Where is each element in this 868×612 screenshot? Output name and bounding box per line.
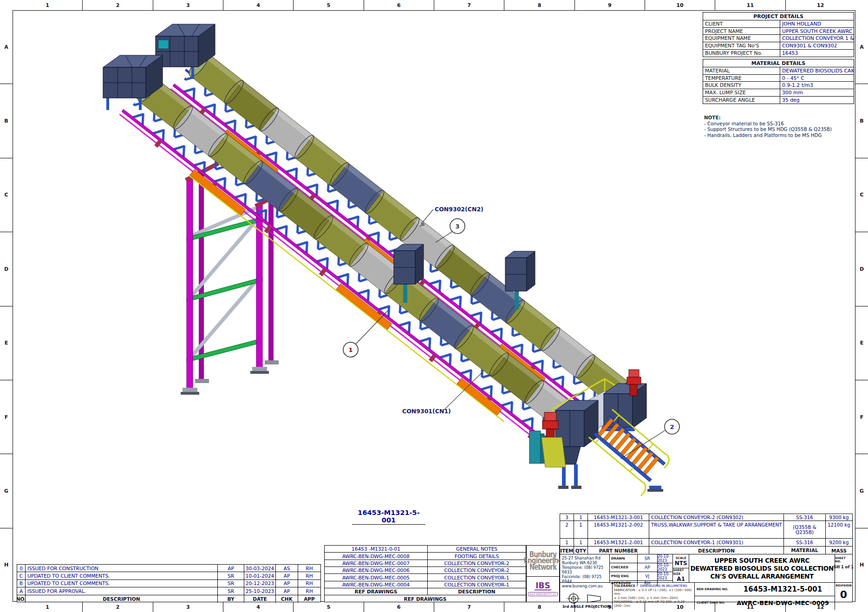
grid-col: 3 xyxy=(153,0,223,10)
drawing-numbers-cell: BEN DRAWING NO. 16453-M1321-5-001 CLIENT… xyxy=(695,583,835,610)
cn1-tag-label: CON9301(CN1) xyxy=(402,408,451,415)
balloon-3-number: 3 xyxy=(455,223,459,230)
detail-label: BUNBURY PROJECT No. xyxy=(703,50,780,57)
bom-row: 1 1 16453-M1321-2-001 COLLECTION CONVEYO… xyxy=(560,539,852,547)
client-dwg-number: AWRC-BEN-DWG-MEC-0009 xyxy=(731,599,835,606)
grid-col: 9 xyxy=(575,0,645,10)
bom-item: 3 xyxy=(560,514,574,521)
detail-label: BULK DENSITY xyxy=(703,82,780,89)
table-row: BULK DENSITY 0.9-1.2 t/m3 xyxy=(703,82,854,89)
title-block: 25-27 Shanahan Rd Bunbury WA 6230 Teleph… xyxy=(560,554,853,602)
detail-label: EQUIPMENT TAG No'S xyxy=(703,42,780,49)
detail-value: 0 - 45° C xyxy=(780,75,854,82)
grid-row: B xyxy=(0,84,13,158)
table-row: PROJECT NAME UPPER SOUTH CREEK AWRC xyxy=(703,28,854,35)
rev-header: CHK xyxy=(276,595,298,603)
bom-description: COLLECTION CONVEYOR-1 (CON9301) xyxy=(649,539,784,546)
ref-row: 16453 -M1321-0-01 GENERAL NOTES xyxy=(325,546,526,553)
bom-mass: 9300 kg xyxy=(826,514,852,521)
rev-chk: AP xyxy=(276,587,298,594)
address-line: 25-27 Shanahan Rd xyxy=(562,556,607,560)
rev-app: RH xyxy=(298,572,320,579)
rev-date: 10-01-2024 xyxy=(244,572,276,579)
detail-label: TEMPERATURE xyxy=(703,75,780,82)
grid-columns-top: 1 2 3 4 5 6 7 8 9 10 11 12 xyxy=(13,0,855,10)
grid-row: B xyxy=(855,84,868,158)
view-reference-label: 16453-M1321-5-001 xyxy=(352,509,425,525)
ref-row: AWRC-BEN-DWG-MEC-0007 COLLECTION CONVEYO… xyxy=(325,560,526,567)
signoff-role: CHECKED xyxy=(610,563,638,572)
ref-table-title: REF DRAWINGS xyxy=(325,595,526,602)
ibs-logo: IBS BULK HANDLING PTY LTD xyxy=(527,577,559,601)
signoff-initials: VJ xyxy=(638,572,658,580)
bom-part-number: 16453-M1321-3-001 xyxy=(588,514,649,521)
revision-row: B UPDATED TO CLIENT COMMENTS. SR 20-12-2… xyxy=(17,580,320,587)
rev-header: APP xyxy=(298,595,320,603)
rev-date: 30-03-2024 xyxy=(244,565,276,572)
notes-block: NOTE: - Conveyor material to be SS-316 -… xyxy=(704,115,832,138)
signoff-role: DRAWN xyxy=(610,554,638,563)
ref-col-header: REF DRAWINGS xyxy=(325,588,428,595)
bom-material: SS-316 xyxy=(784,514,826,521)
grid-col: 11 xyxy=(715,0,785,10)
detail-label: SURCHARGE ANGLE xyxy=(703,97,780,104)
ref-number: AWRC-BEN-DWG-MEC-0008 xyxy=(325,553,428,559)
revision-row: C UPDATED TO CLIENT COMMENTS. SR 10-01-2… xyxy=(17,572,320,579)
signoff-table: DRAWN SR 20-10-2023 CHECKED AP 20-10-202… xyxy=(610,554,673,582)
table-row: MAX. LUMP SIZE 300 mm xyxy=(703,89,854,97)
sheet-no-value: SH 1 of 1 xyxy=(834,565,854,569)
title-line: DEWATERED BIOSOLIDS SILO COLLECTION xyxy=(690,565,834,573)
bom-material: SS-316 xyxy=(784,539,826,546)
ref-footer-row: REF DRAWINGS xyxy=(325,595,526,602)
grid-col: 5 xyxy=(294,0,364,10)
revision-row: A ISSUED FOR APPROVAL. SR 25-10-2023 AP … xyxy=(17,587,320,595)
signoff-date: 20-10-2023 xyxy=(658,554,672,563)
grid-col: 7 xyxy=(434,0,504,10)
grid-row: C xyxy=(855,158,868,232)
grid-row: F xyxy=(855,380,868,454)
revision-row: 0 ISSUED FOR CONSTRUCTION AP 30-03-2024 … xyxy=(17,565,320,572)
ben-dwg-number: 16453-M1321-5-001 xyxy=(731,585,835,593)
signoff-role: PROJ ENG xyxy=(610,572,638,580)
signoff-row: PROJ ENG VJ 20-10-2023 xyxy=(610,572,672,581)
logo-line: Network xyxy=(529,563,557,571)
ref-row: AWRC-BEN-DWG-MEC-0005 COLLECTION CONVEYO… xyxy=(325,574,526,581)
table-title: PROJECT DETAILS xyxy=(703,13,854,20)
grid-row: H xyxy=(855,528,868,602)
revision-header-row: NO. DESCRIPTION BY DATE CHK APP xyxy=(17,595,320,603)
bom-item: 1 xyxy=(560,539,574,546)
grid-row: E xyxy=(855,306,868,380)
grid-col: 2 xyxy=(83,0,153,10)
signoff-date: 20-10-2023 xyxy=(658,563,672,572)
ref-number: AWRC-BEN-DWG-MEC-0005 xyxy=(325,574,428,580)
ibs-logo-text: IBS xyxy=(535,582,551,591)
ref-description: COLLECTION CONVEYOR-1 xyxy=(428,581,526,588)
detail-value: 300 mm xyxy=(780,89,854,96)
ref-number: 16453 -M1321-0-01 xyxy=(325,546,428,552)
tolerance-cell: TOLERANCE : DIMENSIONS IN MILLIMETERS FA… xyxy=(613,583,695,610)
rev-description: UPDATED TO CLIENT COMMENTS. xyxy=(26,572,218,579)
bom-qty: 1 xyxy=(574,539,588,546)
note-line: - Conveyor material to be SS-316 xyxy=(704,121,832,127)
bom-qty: 1 xyxy=(574,521,588,538)
detail-value: CON9301 & CON9302 xyxy=(780,42,854,49)
signoff-initials: SR xyxy=(638,554,658,563)
scale-value: NTS xyxy=(675,560,687,566)
sheet-no-label: SHEET NO. xyxy=(835,556,852,563)
signoff-row: DRAWN SR 20-10-2023 xyxy=(610,554,672,563)
rev-header: DATE xyxy=(244,595,276,603)
rev-description: ISSUED FOR APPROVAL. xyxy=(26,587,218,594)
title-line: CN'S OVERALL ARRANGEMENT xyxy=(710,573,814,580)
ref-number: AWRC-BEN-DWG-MEC-0006 xyxy=(325,567,428,573)
address-line: Telephone: (08) 9725 6933 xyxy=(562,565,607,574)
tolerance-line: MACHINING : ± 0.10 mm UP TO 200, ± 0.20 … xyxy=(614,600,693,608)
revision-label: REVISION xyxy=(836,584,852,587)
ref-header-row: REF DRAWINGS DESCRIPTION xyxy=(325,588,526,595)
rev-chk: AS xyxy=(276,565,298,572)
bom-header: MATERIAL xyxy=(784,547,826,554)
detail-value: 35 deg xyxy=(780,97,854,104)
grid-row: A xyxy=(855,10,868,84)
bom-qty: 1 xyxy=(574,514,588,521)
grid-row: D xyxy=(0,232,13,306)
grid-col: 6 xyxy=(364,602,434,612)
